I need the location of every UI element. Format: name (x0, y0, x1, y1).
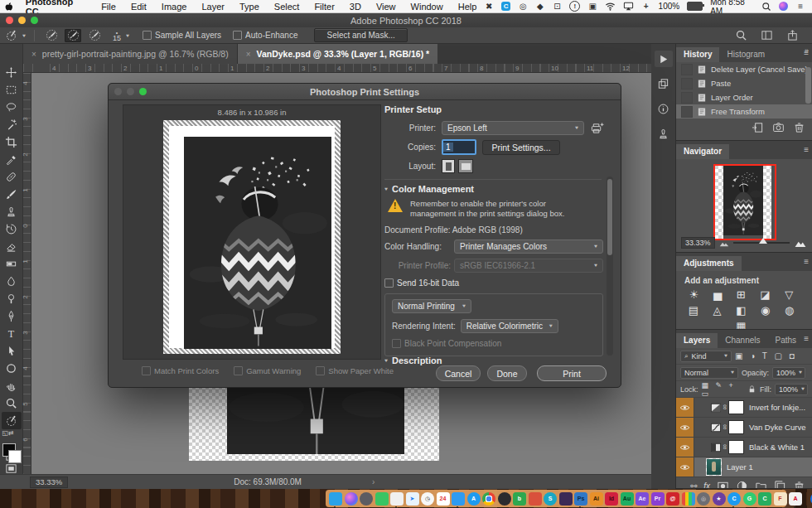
dock-icon-xd-controller[interactable] (559, 492, 573, 506)
rendering-intent-dropdown[interactable]: Relative Colorimetric▾ (461, 319, 558, 333)
dock-icon-f-card[interactable]: F (774, 492, 787, 506)
layer-row-invert-for-inkje[interactable]: ∞Invert for Inkje... (676, 398, 812, 418)
layer-mask-thumbnail[interactable] (728, 400, 744, 414)
brush-size-picker[interactable]: • 15 (113, 30, 121, 41)
printer-dropdown[interactable]: Epson Left▾ (442, 121, 584, 135)
layout-portrait-button[interactable] (442, 159, 455, 173)
dock-icon-color-bars[interactable] (682, 492, 695, 506)
background-color-swatch[interactable] (8, 450, 22, 463)
close-tab-icon[interactable]: × (246, 50, 251, 59)
link-layers-icon[interactable]: ⚯ (690, 481, 697, 490)
dock-icon-messages[interactable] (452, 492, 465, 506)
antivirus-icon[interactable]: ✖ (484, 2, 494, 12)
history-source-well[interactable] (681, 92, 693, 104)
layer-name[interactable]: Black & White 1 (749, 443, 805, 452)
adjustment-icons-row-1[interactable]: ☀ ▅ ⊞ ◪ ▽ (676, 287, 812, 302)
display-status-icon[interactable]: ⊡ (553, 2, 563, 12)
add-printer-icon[interactable] (590, 122, 604, 134)
clone-stamp-tool[interactable] (2, 203, 22, 220)
status-chevron-icon[interactable]: › (372, 477, 375, 486)
adjustment-icons-row-2[interactable]: ▤ ◬ ◧ ◉ ◍ ▦ (676, 302, 812, 330)
tab-paths[interactable]: Paths (768, 333, 805, 348)
select-and-mask-button[interactable]: Select and Mask... (314, 28, 407, 42)
zoom-tool[interactable] (2, 394, 22, 412)
screen-mode-button[interactable] (2, 462, 22, 475)
dock-icon-capture-one[interactable] (498, 492, 511, 506)
photoshop-titlebar[interactable]: Adobe Photoshop CC 2018 (0, 13, 812, 27)
new-doc-from-state-icon[interactable] (752, 121, 764, 133)
layer-visibility-toggle[interactable] (676, 398, 694, 417)
delete-layer-icon[interactable] (793, 480, 805, 490)
info-circle-status-icon[interactable]: ! (569, 2, 580, 12)
layer-style-icon[interactable]: fx (703, 481, 710, 490)
layer-name[interactable]: Invert for Inkje... (749, 403, 805, 412)
copies-field[interactable]: 1 (442, 139, 476, 155)
dock-icon-preview[interactable] (390, 492, 404, 506)
menu-help[interactable]: Help (451, 2, 485, 12)
minimize-window-button[interactable] (18, 17, 26, 24)
subtract-selection-mode-button[interactable] (86, 29, 103, 42)
menu-view[interactable]: View (369, 2, 404, 12)
blur-tool[interactable] (2, 273, 22, 290)
print-button[interactable]: Print (537, 365, 607, 381)
add-selection-mode-button[interactable] (65, 29, 81, 42)
horizontal-ruler[interactable]: 43210123456789101112 (23, 64, 651, 73)
clone-source-panel-icon[interactable] (655, 75, 673, 92)
spotlight-icon[interactable] (761, 2, 771, 12)
dock-icon-clock[interactable]: ◷ (421, 492, 434, 506)
dialog-scrollbar-thumb[interactable] (607, 179, 612, 255)
dock-icon-bear[interactable]: b (513, 492, 526, 506)
opacity-dropdown[interactable]: 100%▾ (772, 367, 805, 379)
current-tool-icon[interactable] (5, 29, 17, 41)
dock-icon-launchpad[interactable] (360, 492, 373, 506)
dialog-titlebar[interactable]: Photoshop Print Settings (109, 84, 621, 100)
navigator-panel-menu-icon[interactable]: ≡ (804, 145, 808, 154)
zoom-in-icon[interactable] (794, 239, 807, 248)
layer-filter-type-icons[interactable]: ▣ ◑ T ▢ ◘ (735, 351, 797, 360)
layer-filter-dropdown[interactable]: ⌕Kind▾ (680, 351, 732, 362)
navigator-zoom-slider[interactable] (733, 242, 790, 244)
dialog-scrollbar[interactable] (607, 177, 613, 356)
tool-presets-panel-icon[interactable] (655, 125, 673, 142)
brush-tool[interactable] (2, 186, 22, 203)
tab-navigator[interactable]: Navigator (676, 144, 729, 159)
dock-icon-after-effects[interactable]: Ae (636, 492, 649, 506)
lock-option-icons[interactable]: ▦ ✎ + ▭ (702, 381, 744, 398)
new-group-icon[interactable] (755, 480, 767, 490)
menu-file[interactable]: File (94, 2, 123, 12)
dock-icon-c-green[interactable]: C (758, 492, 771, 506)
menu-layer[interactable]: Layer (194, 2, 232, 12)
layer-name[interactable]: Layer 1 (727, 462, 753, 472)
dock-icon-pencil[interactable] (529, 492, 542, 506)
dock-icon-premiere[interactable]: Pr (651, 492, 665, 506)
history-source-well[interactable] (681, 64, 693, 75)
dock-icon-imovie-star[interactable]: ★ (713, 492, 726, 506)
done-button[interactable]: Done (487, 365, 527, 381)
history-scrollbar[interactable] (805, 67, 811, 104)
normal-printing-dropdown[interactable]: Normal Printing▾ (392, 299, 471, 313)
eraser-tool[interactable] (2, 238, 22, 255)
fill-dropdown[interactable]: 100%▾ (775, 384, 808, 395)
layers-panel-menu-icon[interactable]: ≡ (804, 334, 808, 343)
dock-icon-indesign[interactable]: Id (605, 492, 618, 506)
dock-icon-g-green[interactable]: G (743, 492, 756, 506)
close-window-button[interactable] (6, 17, 13, 24)
lasso-tool[interactable] (2, 99, 22, 116)
layer-row-layer-1[interactable]: Layer 1 (676, 457, 812, 477)
lens-status-icon[interactable]: ◎ (519, 2, 529, 12)
dock-icon-photos-grid[interactable] (375, 492, 389, 506)
siri-icon[interactable] (779, 2, 789, 12)
dock-icon-audition[interactable]: Au (621, 492, 634, 506)
add-mask-icon[interactable] (717, 480, 729, 490)
zoom-window-button[interactable] (31, 17, 38, 24)
auto-enhance-checkbox[interactable]: Auto-Enhance (233, 31, 297, 40)
cancel-button[interactable]: Cancel (436, 365, 481, 381)
color-handling-dropdown[interactable]: Printer Manages Colors▾ (454, 239, 603, 254)
new-selection-mode-button[interactable] (43, 29, 60, 42)
tab-vandyke[interactable]: × VanDyke.psd @ 33.3% (Layer 1, RGB/16) … (238, 44, 438, 64)
magic-wand-tool[interactable] (2, 116, 22, 133)
blend-mode-dropdown[interactable]: Normal▾ (680, 367, 738, 379)
layout-landscape-button[interactable] (458, 159, 473, 173)
vertical-ruler[interactable]: 432101234567 (23, 73, 31, 474)
history-state-row[interactable]: Free Transform (676, 104, 812, 119)
